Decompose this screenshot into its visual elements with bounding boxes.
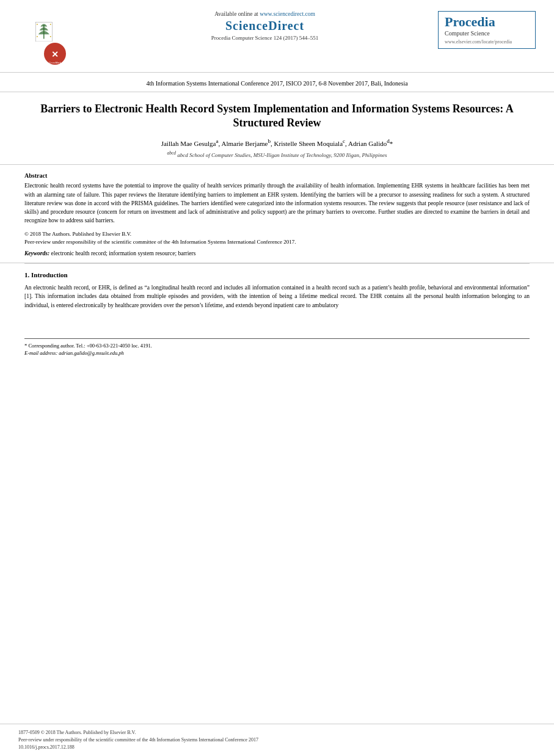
introduction-text: An electronic health record, or EHR, is … <box>24 283 530 310</box>
footer-peer-review: Peer-review under responsibility of the … <box>18 736 536 744</box>
footnote-area: * Corresponding author. Tel.: +00-63-63-… <box>24 338 530 356</box>
conference-info: 4th Information Systems International Co… <box>0 73 554 92</box>
procedia-title: Procedia <box>445 15 529 29</box>
abstract-section: Abstract Electronic health record system… <box>0 165 554 263</box>
introduction-heading: 1. Introduction <box>24 271 530 278</box>
svg-point-2 <box>37 24 38 25</box>
authors: Jaillah Mae Gesulgaa, Almarie Berjameb, … <box>24 138 530 147</box>
svg-text:✕: ✕ <box>51 49 59 59</box>
svg-text:CrossMark: CrossMark <box>49 61 60 64</box>
keywords-label: Keywords: <box>24 250 49 256</box>
affiliations: abcd abcd School of Computer Studies, MS… <box>24 150 530 158</box>
article-title-section: Barriers to Electronic Health Record Sys… <box>0 92 554 165</box>
abstract-text: Electronic health record systems have th… <box>24 181 530 225</box>
journal-info: Procedia Computer Science 124 (2017) 544… <box>104 35 426 41</box>
procedia-subtitle: Computer Science <box>445 30 529 37</box>
footer-issn: 1877-0509 © 2018 The Authors. Published … <box>18 729 536 736</box>
elsevier-logo: ELSEVIER <box>31 11 79 42</box>
svg-point-3 <box>50 24 51 25</box>
copyright-text: © 2018 The Authors. Published by Elsevie… <box>24 230 530 247</box>
keywords-text: electronic health record; information sy… <box>51 250 196 256</box>
keywords-line: Keywords: electronic health record; info… <box>24 250 530 256</box>
article-title: Barriers to Electronic Health Record Sys… <box>24 102 530 131</box>
email-note: E-mail address: adrian.galido@g.msuiit.e… <box>24 350 530 356</box>
page: ELSEVIER ✕ CrossMark Available online at… <box>0 0 554 756</box>
sciencedirect-title: ScienceDirect <box>104 19 426 33</box>
crossmark-logo: ✕ CrossMark <box>43 42 67 66</box>
header-center: Available online at www.sciencedirect.co… <box>92 11 438 41</box>
bottom-footer: 1877-0509 © 2018 The Authors. Published … <box>0 724 554 756</box>
sciencedirect-url: www.sciencedirect.com <box>260 11 315 17</box>
header: ELSEVIER ✕ CrossMark Available online at… <box>0 0 554 73</box>
logos-left: ELSEVIER ✕ CrossMark <box>18 11 92 66</box>
corresponding-author-note: * Corresponding author. Tel.: +00-63-63-… <box>24 343 530 349</box>
available-online-text: Available online at www.sciencedirect.co… <box>104 11 426 17</box>
svg-point-4 <box>37 36 38 37</box>
introduction-section: 1. Introduction An electronic health rec… <box>0 264 554 314</box>
procedia-website: www.elsevier.com/locate/procedia <box>445 39 529 45</box>
svg-point-5 <box>50 36 51 37</box>
procedia-box: Procedia Computer Science www.elsevier.c… <box>438 11 536 49</box>
abstract-label: Abstract <box>24 172 530 179</box>
footer-doi: 10.1016/j.procs.2017.12.188 <box>18 744 536 751</box>
